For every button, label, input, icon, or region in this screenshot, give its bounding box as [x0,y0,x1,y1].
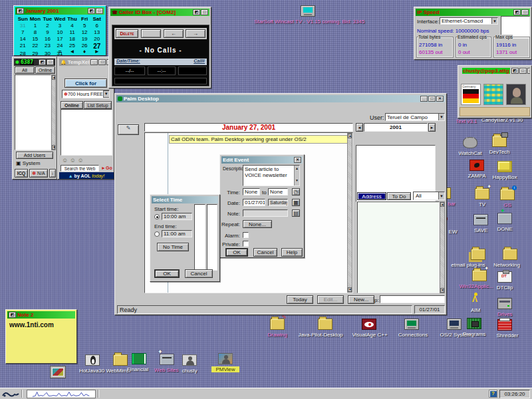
desktop-icon-shredder[interactable] [497,319,512,331]
caller-next-button[interactable]: → [186,29,205,38]
hour-list[interactable] [194,204,205,271]
aim-aol-bar[interactable]: ▲ by AOL today! [59,172,114,179]
calendar-nav-icon[interactable]: = [54,49,66,55]
no-time-button[interactable]: No Time [157,243,189,251]
caller-max-button[interactable]: □ [201,9,208,15]
year-next-button[interactable]: ► [428,123,436,132]
icq-updown-button[interactable]: ↕ [49,169,56,178]
calendar-titlebar[interactable]: ◩ January 2001 ◩□ [15,7,104,15]
end-time-radio[interactable] [154,231,160,237]
clock-help-icon[interactable]: ? [489,390,497,398]
desktop-icon-zampa[interactable] [469,160,484,172]
desktop-icon-financial[interactable] [132,353,146,365]
desktop-icon-drawing[interactable] [270,319,285,331]
contact-scrollbar[interactable]: ▲▼ [440,201,445,293]
palm-filter-dropdown[interactable]: All▼ [413,192,445,200]
aim-go-button[interactable]: ►Go [101,166,112,170]
icq-status-button[interactable]: ✽ N/A [29,169,48,178]
desktop-icon-aim[interactable] [468,294,483,306]
mail-photo-tile[interactable] [506,84,526,105]
calendar-day-cell[interactable]: 5 [78,23,91,29]
cpu-graph[interactable] [27,390,96,398]
calendar-picker-button[interactable]: ▦ [292,199,300,206]
caller-prev-button[interactable]: ← [164,29,184,38]
desktop-icon-done[interactable] [497,213,512,225]
desktop-icon-tv[interactable] [475,188,489,200]
calendar-day-cell[interactable]: 14 [17,36,29,42]
desktop-icon-programs[interactable] [467,318,481,330]
icq-tab-all[interactable]: All [15,66,35,74]
note-titlebar[interactable]: ◩ Note 2 [7,311,75,319]
alarm-checkbox[interactable] [243,232,249,238]
desktop-icon-happybox[interactable] [497,161,512,173]
calendar-day-cell[interactable]: 10 [54,29,66,35]
palm-user-dropdown[interactable]: Teruel de Campo▼ [385,113,445,121]
desktop-icon-drives[interactable] [497,298,512,310]
calendar-day-cell[interactable]: 31 [17,23,29,29]
aim-search-box[interactable]: Search the Web [61,165,99,172]
calendar-nav-icon[interactable]: ◄ [66,49,78,55]
edit-event-cancel-button[interactable]: Cancel [253,248,277,257]
icq-buddy-list[interactable] [15,74,51,150]
note-picker-button[interactable]: ▤ [292,209,300,217]
calendar-min-button[interactable]: ◩ [88,8,95,14]
ip-max-button[interactable]: □ [521,9,529,15]
aim-tab-online[interactable]: Online [61,101,83,109]
calendar-day-cell[interactable]: 6 [90,23,103,29]
calendar-day-cell[interactable]: 3 [54,23,66,29]
calendar-day-cell[interactable]: 11 [66,29,78,35]
calendar-day-cell[interactable]: 1 [29,23,42,29]
desktop-icon-networking[interactable] [503,249,517,261]
caller-blank-button[interactable] [141,29,161,38]
desktop-icon-picture[interactable] [51,366,65,378]
calendar-day-cell[interactable]: 20 [90,36,103,42]
aim-offer-dropdown[interactable]: ✽ 700 Hours FREE ▼ [62,90,110,98]
edit-event-close-button[interactable]: ✕ [294,157,301,163]
time-end-field[interactable]: None [268,188,288,196]
calendar-day-cell[interactable]: 13 [90,29,103,35]
edit-event-help-button[interactable]: Help [281,248,303,257]
calendar-day-cell[interactable]: 12 [78,29,91,35]
scroll-down-icon[interactable]: ▼ [440,288,444,293]
scroll-down-icon[interactable]: ▼ [52,145,55,150]
mail-titlebar[interactable]: chusty@pop3.attg ◩□□ [460,67,530,74]
desktop-icon-connections[interactable] [404,319,419,331]
desktop-icon-watchcat[interactable] [463,137,477,149]
ip-interface-dropdown[interactable]: Ethernet-Csmacd▼ [440,17,498,25]
mail-flag-germany[interactable]: Germany [461,84,481,105]
palm-launcher-button[interactable]: ✎ [118,124,139,135]
palm-edit-button[interactable]: Edit... [317,295,344,304]
palm-close-button[interactable]: ✕ [436,96,444,102]
edit-event-ok-button[interactable]: OK [225,248,248,257]
calendar-day-cell[interactable]: 19 [78,36,91,42]
select-time-cancel-button[interactable]: Cancel [185,269,213,278]
calendar-day-cell[interactable]: 8 [29,29,42,35]
desktop-icon-etmail-plug-ins[interactable] [471,249,485,261]
start-logo-icon[interactable] [2,390,19,398]
repeat-button[interactable]: None... [243,220,272,228]
desktop-icon-starsoft-wincast-tv-v1-15-coming-bid-3345[interactable] [301,5,315,17]
description-textarea[interactable]: Send article to VOICE newsletter ▲▼ [243,165,300,186]
scroll-down-icon[interactable]: ▼ [348,287,352,292]
caller-id-titlebar[interactable]: ☎ Caller ID Box - [COM2] ◩□ [110,9,209,16]
schedule-scrollbar[interactable]: ▲▼ [347,133,352,293]
dropdown-arrow-icon[interactable]: ▼ [103,90,110,98]
select-time-titlebar[interactable]: Select Time [152,196,218,203]
desktop-icon-web-sites[interactable] [160,354,174,366]
palm-max-button[interactable]: □ [428,96,436,102]
desktop-icon-os-2-system[interactable] [447,319,462,331]
time-start-field[interactable]: None [243,188,260,196]
desktop-icon-save[interactable] [473,214,488,226]
palm-titlebar[interactable]: Palm Desktop _□✕ [116,95,445,102]
desktop-icon-gs[interactable] [500,189,515,201]
palm-tab-todo[interactable]: To Do [387,192,411,200]
scroll-up-icon[interactable]: ▲ [348,134,352,138]
icq-titlebar[interactable]: ✽ 6387 ◩□ [14,59,55,66]
desktop-icon-hotjava30[interactable] [85,354,100,366]
ip-min-button[interactable]: ◩ [513,9,521,15]
mail-icon-tile[interactable] [483,84,503,105]
caller-min-button[interactable]: ◩ [193,9,200,15]
calendar-day-cell[interactable]: 9 [41,29,54,35]
calendar-day-cell[interactable]: 7 [17,29,29,35]
note-field[interactable] [243,209,288,217]
